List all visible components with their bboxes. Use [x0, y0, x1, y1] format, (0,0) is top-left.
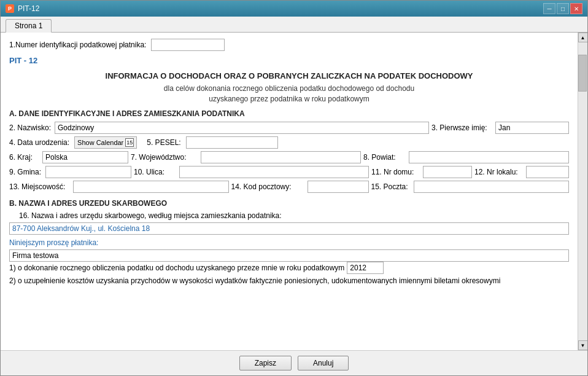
label-poczta: 15. Poczta:	[371, 182, 411, 191]
form-main-title: INFORMACJA O DOCHODACH ORAZ O POBRANYCH …	[9, 71, 569, 80]
ulica-input[interactable]	[179, 166, 369, 178]
show-calendar-label: Show Calendar	[77, 139, 123, 146]
powiat-input[interactable]	[409, 151, 569, 163]
label-nr-domu: 11. Nr domu:	[371, 168, 420, 176]
gmina-row: 9. Gmina: 10. Ulica: 11. Nr domu: 12. Nr…	[9, 166, 569, 178]
label-data-ur: 4. Data urodzenia:	[9, 138, 69, 147]
main-content: 1.Numer identyfikacji podatkowej płatnik…	[1, 33, 578, 350]
label-nazwisko: 2. Nazwisko:	[9, 123, 52, 132]
roczne-label: 1) o dokonanie rocznego obliczenia podat…	[9, 264, 344, 272]
pesel-input[interactable]	[186, 136, 278, 149]
label-ulica: 10. Ulica:	[134, 168, 177, 176]
tax-number-input[interactable]	[151, 39, 225, 51]
label-kraj: 6. Kraj:	[9, 153, 40, 162]
date-pesel-row: 4. Data urodzenia: Show Calendar 15 5. P…	[9, 136, 569, 149]
calendar-day: 15	[126, 139, 133, 146]
app-icon: P	[6, 4, 14, 13]
window-controls: ─ □ ✕	[543, 3, 582, 14]
imie-input[interactable]	[495, 122, 569, 134]
tab-page1[interactable]: Strona 1	[6, 19, 52, 33]
tax-office-label: 16. Nazwa i adres urzędu skarbowego, wed…	[9, 211, 569, 220]
niniejszym-label: Niniejszym proszę płatnika:	[9, 238, 569, 247]
nr-lokalu-input[interactable]	[526, 166, 569, 178]
section-a-header: A. DANE IDENTYFIKACYJNE I ADRES ZAMIESZK…	[9, 109, 569, 118]
name-row: 2. Nazwisko: 3. Pierwsze imię:	[9, 122, 569, 134]
uzupelnienie-label: 2) o uzupełnienie kosztów uzyskania przy…	[9, 276, 569, 285]
miejscowosc-row: 13. Miejscowość: 14. Kod pocztowy: 15. P…	[9, 181, 569, 193]
cancel-button[interactable]: Anuluj	[298, 356, 349, 370]
scroll-thumb[interactable]	[578, 55, 587, 92]
form-subtitle2: uzyskanego przez podatnika w roku podatk…	[9, 95, 569, 103]
firma-input[interactable]	[9, 249, 569, 262]
tax-office-input[interactable]	[9, 222, 569, 235]
woj-input[interactable]	[201, 151, 361, 163]
label-nr-lokalu: 12. Nr lokalu:	[474, 168, 524, 176]
minimize-button[interactable]: ─	[543, 3, 555, 14]
maximize-button[interactable]: □	[557, 3, 569, 14]
poczta-input[interactable]	[414, 181, 570, 193]
calendar-icon: 15	[125, 138, 134, 147]
title-bar: P PIT-12 ─ □ ✕	[1, 1, 587, 17]
miejscowosc-input[interactable]	[73, 181, 229, 193]
section-b-header: B. NAZWA I ADRES URZEDU SKARBOWEGO	[9, 199, 569, 208]
tax-number-row: 1.Numer identyfikacji podatkowej płatnik…	[9, 39, 569, 51]
label-pesel: 5. PESEL:	[147, 138, 180, 147]
form-subtitle1: dla celów dokonania rocznego obliczenia …	[9, 84, 569, 93]
window-title: PIT-12	[18, 4, 39, 13]
nr-domu-input[interactable]	[423, 166, 472, 178]
scroll-track[interactable]	[578, 42, 587, 340]
tax-number-label: 1.Numer identyfikacji podatkowej płatnik…	[9, 41, 146, 49]
main-window: P PIT-12 ─ □ ✕ Strona 1 1.Numer identyfi…	[0, 0, 588, 376]
rok-input[interactable]	[347, 262, 384, 274]
roczne-row: 1) o dokonanie rocznego obliczenia podat…	[9, 262, 569, 274]
label-woj: 7. Województwo:	[131, 153, 198, 162]
scrollbar[interactable]: ▲ ▼	[578, 33, 587, 350]
scroll-up-button[interactable]: ▲	[578, 33, 588, 42]
label-imie: 3. Pierwsze imię:	[431, 123, 493, 132]
title-bar-left: P PIT-12	[6, 4, 39, 13]
bottom-bar: Zapisz Anuluj	[1, 350, 587, 375]
label-miejscowosc: 13. Miejscowość:	[9, 182, 71, 191]
show-calendar-button[interactable]: Show Calendar 15	[74, 136, 137, 149]
content-area: 1.Numer identyfikacji podatkowej płatnik…	[1, 33, 587, 350]
nazwisko-input[interactable]	[55, 122, 429, 134]
tab-bar: Strona 1	[1, 17, 587, 33]
kraj-input[interactable]	[42, 151, 128, 163]
label-gmina: 9. Gmina:	[9, 168, 43, 176]
label-powiat: 8. Powiat:	[363, 153, 406, 162]
save-button[interactable]: Zapisz	[239, 356, 292, 370]
pit-label: PIT - 12	[9, 56, 569, 65]
label-kod: 14. Kod pocztowy:	[231, 182, 305, 191]
gmina-input[interactable]	[45, 166, 131, 178]
scroll-down-button[interactable]: ▼	[578, 340, 588, 350]
kod-input[interactable]	[308, 181, 369, 193]
close-button[interactable]: ✕	[570, 3, 582, 14]
kraj-row: 6. Kraj: 7. Województwo: 8. Powiat:	[9, 151, 569, 163]
